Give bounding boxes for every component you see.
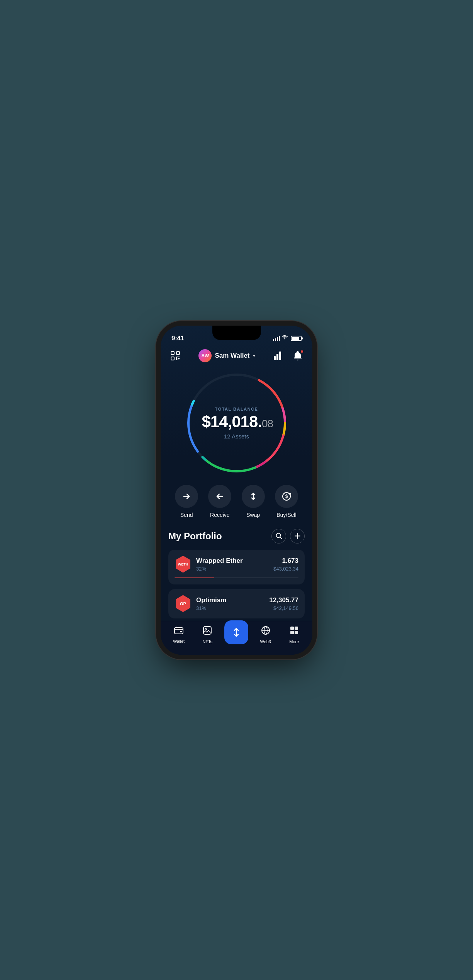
svg-rect-9 xyxy=(279,352,281,360)
status-icons xyxy=(273,335,302,341)
search-button[interactable] xyxy=(271,529,286,544)
svg-rect-40 xyxy=(295,631,298,634)
nav-nfts[interactable]: NFTs xyxy=(196,626,219,644)
asset-usd-weth: $43,023.34 xyxy=(273,566,298,572)
svg-rect-2 xyxy=(171,357,174,360)
asset-amount-op: 12,305.77 xyxy=(269,596,298,604)
wallet-selector[interactable]: SW Sam Wallet ▾ xyxy=(198,349,255,362)
asset-progress-weth xyxy=(175,577,298,578)
svg-rect-7 xyxy=(274,356,276,360)
svg-rect-8 xyxy=(276,354,278,360)
phone-screen: 9:41 xyxy=(161,326,312,655)
wallet-name: Sam Wallet xyxy=(215,352,249,360)
balance-amount: $14,018.08 xyxy=(202,413,271,430)
asset-card-op[interactable]: OP Optimism 31% 12,305.77 $42,149.56 xyxy=(168,589,305,618)
asset-amount-weth: 1.673 xyxy=(273,557,298,565)
nav-more[interactable]: More xyxy=(283,626,306,644)
asset-usd-op: $42,149.56 xyxy=(269,605,298,611)
balance-section: TOTAL BALANCE $14,018.08 12 Assets xyxy=(161,369,312,477)
svg-rect-30 xyxy=(180,631,182,632)
web3-nav-icon xyxy=(261,626,270,637)
header: SW Sam Wallet ▾ xyxy=(161,346,312,363)
add-asset-button[interactable] xyxy=(290,529,305,544)
portfolio-actions xyxy=(271,529,305,544)
more-nav-label: More xyxy=(289,639,299,644)
svg-rect-39 xyxy=(290,631,294,634)
op-icon: OP xyxy=(175,595,192,612)
swap-button[interactable]: Swap xyxy=(242,485,265,518)
svg-line-26 xyxy=(280,537,282,539)
scan-icon[interactable] xyxy=(168,349,182,363)
wifi-icon xyxy=(282,335,288,341)
battery-icon xyxy=(291,336,302,341)
center-nav-button[interactable] xyxy=(224,620,248,644)
balance-info: TOTAL BALANCE $14,018.08 12 Assets xyxy=(202,406,271,439)
svg-rect-29 xyxy=(175,628,183,634)
balance-circle: TOTAL BALANCE $14,018.08 12 Assets xyxy=(183,369,291,477)
svg-rect-31 xyxy=(203,627,211,634)
svg-rect-0 xyxy=(171,352,174,355)
buysell-button[interactable]: $ Buy/Sell xyxy=(275,485,298,518)
receive-button[interactable]: Receive xyxy=(208,485,231,518)
nfts-nav-label: NFTs xyxy=(202,639,212,644)
avatar: SW xyxy=(198,349,212,362)
notification-dot xyxy=(300,350,304,353)
asset-card-weth[interactable]: WETH Wrapped Ether 32% 1.673 $43,023.34 xyxy=(168,550,305,584)
asset-name-op: Optimism xyxy=(196,596,264,604)
wallet-nav-label: Wallet xyxy=(173,639,185,644)
portfolio-section: My Portfolio xyxy=(161,518,312,618)
wallet-nav-icon xyxy=(174,626,183,637)
send-button[interactable]: Send xyxy=(175,485,198,518)
svg-point-32 xyxy=(205,628,207,630)
bell-icon[interactable] xyxy=(291,349,305,363)
more-nav-icon xyxy=(290,626,299,637)
nav-web3[interactable]: Web3 xyxy=(254,626,277,644)
chevron-down-icon: ▾ xyxy=(253,353,255,358)
svg-rect-37 xyxy=(290,627,294,630)
signal-icon xyxy=(273,336,280,341)
nfts-nav-icon xyxy=(203,626,212,637)
asset-pct-weth: 32% xyxy=(196,566,269,572)
bottom-nav: Wallet NFTs xyxy=(161,621,312,655)
svg-rect-1 xyxy=(176,352,180,355)
asset-pct-op: 31% xyxy=(196,605,264,611)
chart-icon[interactable] xyxy=(271,349,285,363)
balance-assets: 12 Assets xyxy=(202,433,271,439)
weth-icon: WETH xyxy=(175,556,192,573)
svg-text:$: $ xyxy=(285,494,288,499)
status-time: 9:41 xyxy=(171,335,184,342)
balance-label: TOTAL BALANCE xyxy=(202,406,271,411)
svg-rect-38 xyxy=(295,627,298,630)
nav-wallet[interactable]: Wallet xyxy=(167,626,190,644)
header-right xyxy=(271,349,305,363)
portfolio-header: My Portfolio xyxy=(168,529,305,544)
web3-nav-label: Web3 xyxy=(260,639,271,644)
notch xyxy=(212,326,261,340)
portfolio-title: My Portfolio xyxy=(168,531,222,542)
phone-frame: 9:41 xyxy=(161,326,312,655)
asset-name-weth: Wrapped Ether xyxy=(196,557,269,565)
action-buttons: Send Receive xyxy=(161,477,312,518)
